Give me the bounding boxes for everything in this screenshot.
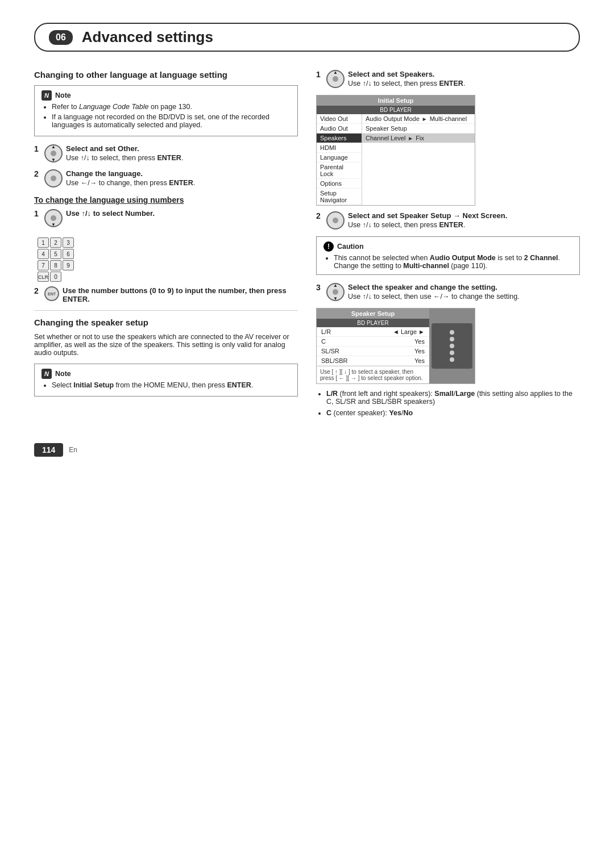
right-step1-icon: ▲: [326, 70, 345, 88]
note2-icon: N: [42, 369, 52, 379]
step2-number: 2: [34, 169, 41, 178]
right-column: 1 ▲ Select and set Speakers. Use ↑/↓ to …: [316, 70, 580, 420]
sub-step2-number: 2: [34, 286, 41, 295]
page-footer: 114 En: [34, 443, 580, 457]
right-step3-number: 3: [316, 283, 323, 292]
right-bullet-1: L/R (front left and right speakers): Sma…: [326, 390, 580, 406]
right-step2-icon: [326, 211, 345, 229]
right-step3-arrow-down: ▼: [333, 296, 338, 301]
setup-right-row-3: Channel Level►Fix: [362, 133, 475, 143]
note1-bullets: Refer to Language Code Table on page 130…: [42, 103, 291, 129]
section1-title: Changing to other language at language s…: [34, 70, 298, 80]
caution-icon: !: [323, 241, 334, 252]
speaker-diagram: [429, 308, 475, 383]
step1-text: Select and set Other. Use ↑/↓ to select,…: [66, 144, 298, 162]
caution-bullets: This cannot be selected when Audio Outpu…: [323, 254, 572, 270]
step1-icon: ▲ ▼: [44, 144, 63, 162]
sp-footer: Use [ ↑ ][ ↓ ] to select a speaker, then…: [317, 366, 429, 383]
right-step3-desc: Use ↑/↓ to select, then use ←/→ to chang…: [348, 293, 580, 301]
step1-number: 1: [34, 144, 41, 153]
page-number-badge: 114: [34, 443, 63, 457]
step1-row: 1 ▲ ▼ Select and set Other. Use ↑/↓ to s…: [34, 144, 298, 162]
right-step3-row: 3 ▲ ▼ Select the speaker and change the …: [316, 283, 580, 301]
note1-bullet-2: If a language not recorded on the BD/DVD…: [52, 113, 291, 129]
section2-desc: Set whether or not to use the speakers w…: [34, 333, 298, 357]
setup-row-hdmi: HDMI: [317, 143, 362, 153]
setup-row-video-out: Video Out: [317, 114, 362, 124]
right-step2-number: 2: [316, 211, 323, 220]
step1-arrow-down: ▼: [51, 157, 56, 162]
sub-step1-row: 1 ▼ Use ↑/↓ to select Number.: [34, 209, 298, 227]
right-step2-desc: Use ↑/↓ to select, then press ENTER.: [348, 221, 580, 229]
sp-row-sblsbr: SBL/SBRYes: [317, 356, 429, 366]
step2-label: Change the language.: [66, 169, 298, 178]
main-content: Changing to other language at language s…: [34, 70, 580, 420]
right-step3-text: Select the speaker and change the settin…: [348, 283, 580, 301]
setup-row-language: Language: [317, 153, 362, 162]
sub-step1-icon: ▼: [44, 209, 63, 227]
sp-subheader: BD PLAYER: [317, 319, 429, 327]
page-lang: En: [69, 446, 77, 454]
right-step1-text: Select and set Speakers. Use ↑/↓ to sele…: [348, 70, 580, 87]
setup-row-navigator: Setup Navigator: [317, 189, 362, 205]
note1-bullet-1: Refer to Language Code Table on page 130…: [52, 103, 291, 111]
note2-bullets: Select Initial Setup from the HOME MENU,…: [42, 381, 291, 389]
num-btn-5: 5: [50, 249, 61, 259]
num-btn-9: 9: [63, 260, 74, 270]
note2-bullet-1: Select Initial Setup from the HOME MENU,…: [52, 381, 291, 389]
setup-row-speakers: Speakers: [317, 133, 362, 143]
number-buttons: 1 2 3 4 5 6 7 8 9 CLR 0: [38, 237, 74, 282]
right-bullet-2: C (center speaker): Yes/No: [326, 409, 580, 417]
num-btn-6: 6: [63, 249, 74, 259]
right-step2-label: Select and set Speaker Setup → Next Scre…: [348, 211, 580, 220]
right-step1-row: 1 ▲ Select and set Speakers. Use ↑/↓ to …: [316, 70, 580, 88]
right-step2-text: Select and set Speaker Setup → Next Scre…: [348, 211, 580, 229]
sub-step2-text: Use the number buttons (0 to 9) to input…: [63, 286, 298, 303]
num-btn-2: 2: [50, 237, 61, 248]
step2-text: Change the language. Use ←/→ to change, …: [66, 169, 298, 187]
setup-table-title: Initial Setup: [317, 95, 475, 106]
setup-table-subtitle: BD PLAYER: [317, 106, 475, 114]
caution-box: ! Caution This cannot be selected when A…: [316, 236, 580, 275]
step1-desc: Use ↑/↓ to select, then press ENTER.: [66, 154, 298, 162]
right-step1-number: 1: [316, 70, 323, 79]
sub-section-title: To change the language using numbers: [34, 195, 298, 205]
speaker-table-left: Speaker Setup BD PLAYER L/R◄ Large ► CYe…: [317, 308, 429, 383]
divider1: [34, 310, 298, 311]
sub-step2-label: Use the number buttons (0 to 9) to input…: [63, 286, 287, 303]
note1-label: Note: [55, 91, 71, 99]
num-btn-8: 8: [50, 260, 61, 270]
caution-text: This cannot be selected when Audio Outpu…: [334, 254, 572, 270]
caution-header: ! Caution: [323, 241, 572, 252]
step1-label: Select and set Other.: [66, 144, 298, 153]
initial-setup-table: Initial Setup BD PLAYER Video Out Audio …: [316, 95, 475, 206]
sp-row-lr: L/R◄ Large ►: [317, 327, 429, 337]
right-bullet-list: L/R (front left and right speakers): Sma…: [316, 390, 580, 417]
right-step3-arrow-up: ▲: [333, 283, 338, 288]
note-icon: N: [42, 90, 52, 101]
setup-right-row-1: Audio Output Mode►Multi-channel: [362, 114, 475, 124]
setup-col-right: Audio Output Mode►Multi-channel Speaker …: [362, 114, 475, 205]
sp-header: Speaker Setup: [317, 308, 429, 319]
right-step3-icon: ▲ ▼: [326, 283, 345, 301]
right-step1-arrow-up: ▲: [333, 70, 338, 75]
page-header: 06 Advanced settings: [34, 23, 580, 52]
right-step3-label: Select the speaker and change the settin…: [348, 283, 580, 291]
page-title: Advanced settings: [82, 28, 213, 46]
note2-header: N Note: [42, 369, 291, 379]
caution-label: Caution: [337, 243, 364, 251]
setup-col-left: Video Out Audio Out Speakers HDMI Langua…: [317, 114, 362, 205]
step2-icon: [44, 169, 63, 187]
step2-desc: Use ←/→ to change, then press ENTER.: [66, 179, 298, 187]
num-btn-7: 7: [38, 260, 49, 270]
right-step2-row: 2 Select and set Speaker Setup → Next Sc…: [316, 211, 580, 229]
left-column: Changing to other language at language s…: [34, 70, 298, 420]
num-btn-3: 3: [63, 237, 74, 248]
num-btn-1: 1: [38, 237, 49, 248]
sub-step1-arrow: ▼: [51, 222, 56, 227]
sub-step2-icon: ENT: [44, 286, 59, 301]
note2-label: Note: [55, 370, 71, 378]
chapter-badge: 06: [49, 30, 73, 45]
num-btn-4: 4: [38, 249, 49, 259]
section2-title: Changing the speaker setup: [34, 318, 298, 327]
